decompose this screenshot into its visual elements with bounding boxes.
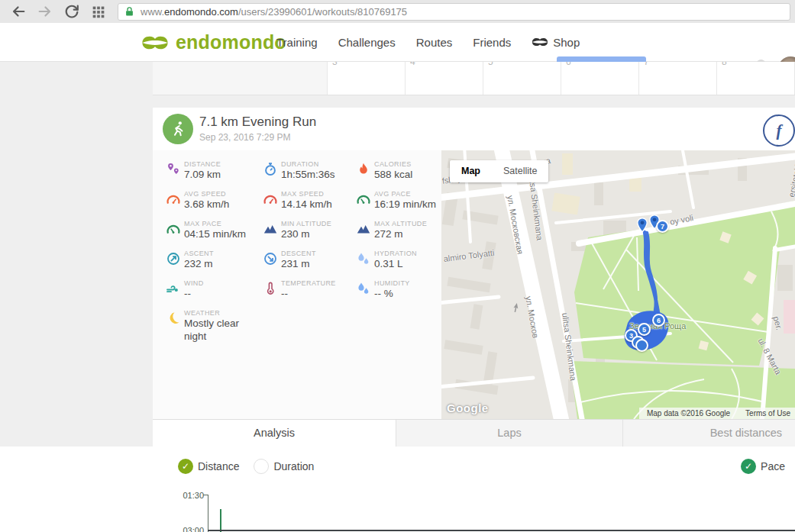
stat-value: 1h:55m:36s [281,169,335,180]
nav-item-label: Routes [416,36,453,49]
forward-icon[interactable] [37,3,53,20]
analysis-section: ✓DistanceDuration ✓Pace 01:30 03:00 [0,447,795,532]
stat-label: DISTANCE [184,160,221,168]
nav-item-label: Shop [553,36,580,49]
endomondo-logo[interactable]: endomondo [141,31,286,53]
toggle-pace[interactable]: ✓Pace [741,459,785,474]
analysis-tabs: AnalysisLapsBest distances [153,419,795,447]
route-km-marker[interactable] [635,339,648,352]
stat-descent: DESCENT231 m [263,250,357,279]
unchecked-circle-icon [254,459,269,474]
route-km-marker-6[interactable]: 6 [652,314,665,327]
series-toggles-right: ✓Pace [741,459,785,474]
calendar-day-cell[interactable]: 5 [483,62,561,95]
tab-best-distances[interactable]: Best distances [622,420,795,447]
thermometer-icon [263,282,277,295]
ascent-icon [166,252,180,266]
apps-grid-icon[interactable] [90,3,107,20]
checked-circle-icon: ✓ [178,459,193,474]
nav-item-training[interactable]: Training [276,36,318,49]
tab-analysis[interactable]: Analysis [153,420,396,447]
nav-item-routes[interactable]: Routes [416,36,453,49]
ua-mark-icon [532,37,548,47]
checked-circle-icon: ✓ [741,459,756,474]
workout-title: 7.1 km Evening Run [199,114,316,130]
stat-value: Mostly clear night [184,318,248,343]
tab-laps[interactable]: Laps [396,420,622,447]
flame-icon [357,163,370,176]
stat-distance: DISTANCE7.09 km [166,160,263,190]
back-icon[interactable] [10,3,27,20]
screen: www.endomondo.com/users/23990601/workout… [0,0,795,532]
chart-baseline [208,530,795,531]
calendar-day-cell[interactable]: 6 [561,62,639,95]
stat-value: 230 m [281,228,331,240]
stat-value: 232 m [184,258,214,269]
map-type-control: Map Satellite [450,160,548,182]
nav-item-label: Challenges [338,36,396,49]
toggle-label: Duration [273,460,314,472]
calendar-day-cell[interactable]: 4 [406,62,483,95]
wind-icon [166,282,180,295]
nav-menu: TrainingChallengesRoutesFriendsShop [276,23,580,61]
address-bar[interactable]: www.endomondo.com/users/23990601/workout… [118,3,790,21]
calendar-day-number: 8 [722,62,794,67]
reload-icon[interactable] [63,3,80,20]
toggle-distance[interactable]: ✓Distance [178,459,239,474]
chart-y-axis [208,495,208,532]
gauge-icon [357,192,370,206]
calendar-day-number: 7 [644,62,716,67]
series-toggles-left: ✓DistanceDuration [178,459,314,474]
stat-value: 04:15 min/km [184,228,246,240]
ua-mark-icon [141,35,169,50]
stat-avg-pace: AVG PACE16:19 min/km [357,190,441,220]
route-km-marker-7[interactable]: 7 [656,220,669,233]
calendar-day-cell[interactable]: 8 [717,62,795,95]
workout-card: 7.1 km Evening Run Sep 23, 2016 7:29 PM … [153,108,795,419]
stat-label: MIN ALTITUDE [281,220,331,227]
map-type-map-button[interactable]: Map [450,160,492,182]
stat-weather: WEATHERMostly clear night [166,309,263,339]
terms-of-use-link[interactable]: Terms of Use [745,409,790,418]
brand-text: endomondo [176,31,286,53]
route-pins-icon [166,163,180,176]
toggle-label: Pace [761,460,785,472]
nav-item-label: Friends [473,36,511,49]
stat-label: AVG SPEED [184,190,229,198]
facebook-share-button[interactable]: f [763,114,795,147]
route-pin-marker-icon[interactable] [637,218,648,233]
nav-item-shop[interactable]: Shop [532,36,580,49]
route-km-marker-5[interactable]: 5 [638,323,651,336]
descent-icon [263,252,277,266]
chart-green-spike [220,509,221,532]
calendar-day-number: 4 [410,62,483,67]
calendar-day-number: 6 [566,62,638,67]
url-text: www.endomondo.com/users/23990601/workout… [141,6,407,18]
stat-value: -- [281,288,336,299]
moon-icon [166,311,180,325]
stats-panel: DISTANCE7.09 kmDURATION1h:55m:36sCALORIE… [153,150,441,419]
nav-item-friends[interactable]: Friends [473,36,511,49]
running-sport-icon [163,114,193,144]
route-map[interactable]: Map Satellite Google Map data ©2016 Goog… [441,150,795,419]
nav-item-challenges[interactable]: Challenges [338,36,396,49]
toggle-duration[interactable]: Duration [254,459,314,474]
browser-chrome: www.endomondo.com/users/23990601/workout… [0,0,795,24]
calendar-day-cell[interactable]: 3 [328,62,406,95]
stat-label: AVG PACE [374,190,436,198]
stopwatch-icon [263,163,277,176]
google-logo: Google [447,401,489,414]
stat-hydration: HYDRATION0.31 L [357,250,441,279]
calendar-day-cell[interactable]: 7 [639,62,717,95]
stat-label: DESCENT [281,250,316,257]
map-type-satellite-button[interactable]: Satellite [492,160,548,182]
map-data-credit: Map data ©2016 Google [647,409,730,418]
gauge-icon [166,222,180,236]
mountains-icon [357,222,370,236]
stat-value: 231 m [281,258,316,269]
mountains-icon [263,222,277,236]
stat-value: 3.68 km/h [184,198,229,210]
stat-value: 7.09 km [184,169,221,180]
droplets-icon [357,282,370,295]
stat-label: MAX PACE [184,220,246,227]
